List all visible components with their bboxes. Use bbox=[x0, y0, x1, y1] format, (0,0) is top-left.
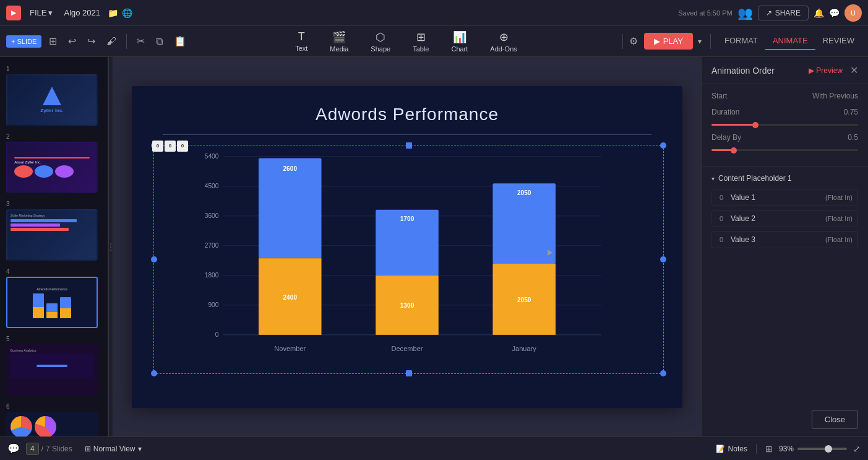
slide-item-4[interactable]: 4 Adwords Performance bbox=[0, 264, 108, 332]
collaborate-icon[interactable]: 👥 bbox=[737, 6, 753, 20]
folder-icon[interactable]: 📁 bbox=[108, 8, 118, 18]
chat-icon[interactable]: 💬 bbox=[7, 443, 20, 454]
cut-button[interactable]: ✂ bbox=[133, 33, 148, 50]
file-menu[interactable]: FILE ▾ bbox=[26, 6, 56, 19]
preview-play-icon: ▶ bbox=[809, 66, 814, 75]
slide-item-6[interactable]: 6 bbox=[0, 399, 108, 436]
right-panel: Animation Order ▶ Preview ✕ Start With P… bbox=[701, 57, 868, 436]
expand-icon[interactable]: ⤢ bbox=[853, 444, 861, 454]
play-button[interactable]: ▶ PLAY bbox=[644, 33, 693, 50]
slide-item-1[interactable]: 1 Zyller Inc. bbox=[0, 62, 108, 129]
slide-panel: 1 Zyller Inc. 2 About Zyller Inc. bbox=[0, 57, 108, 436]
svg-text:1800: 1800 bbox=[205, 271, 219, 278]
svg-text:3600: 3600 bbox=[205, 212, 219, 219]
undo-button[interactable]: ↩ bbox=[64, 33, 80, 50]
animation-order-title: Animation Order bbox=[711, 65, 775, 76]
chart-container[interactable]: 5400 4500 3600 2700 1800 900 0 bbox=[169, 148, 645, 371]
media-icon: 🎬 bbox=[332, 30, 346, 44]
anim-item-value3[interactable]: 0 Value 3 (Float In) bbox=[711, 231, 858, 248]
handle-bottom-left[interactable] bbox=[151, 370, 157, 376]
svg-text:5400: 5400 bbox=[205, 152, 219, 159]
panel-close-button[interactable]: ✕ bbox=[850, 64, 858, 76]
doc-icons: 📁 🌐 bbox=[108, 8, 132, 18]
play-triangle-icon: ▶ bbox=[654, 37, 660, 46]
start-row: Start With Previous bbox=[711, 92, 858, 100]
handle-right-middle[interactable] bbox=[660, 256, 666, 263]
grid-view-button[interactable]: ⊞ bbox=[45, 33, 61, 50]
tool-table[interactable]: ⊞ Table bbox=[408, 28, 434, 55]
tool-text[interactable]: T Text bbox=[290, 28, 312, 54]
bottom-bar: 💬 4 / 7 Slides ⊞ Normal View ▾ 📝 Notes ⊞… bbox=[0, 436, 868, 460]
duration-row: Duration 0.75 bbox=[711, 108, 858, 116]
slide-thumb-6 bbox=[6, 412, 98, 436]
svg-text:December: December bbox=[391, 344, 423, 352]
zoom-slider[interactable] bbox=[797, 448, 847, 450]
separator-bottom bbox=[756, 444, 757, 454]
anim-item-value2[interactable]: 0 Value 2 (Float In) bbox=[711, 210, 858, 227]
play-dropdown-icon[interactable]: ▾ bbox=[695, 35, 704, 48]
close-panel-button[interactable]: Close bbox=[812, 410, 858, 429]
svg-text:1700: 1700 bbox=[400, 215, 415, 222]
slide-item-3[interactable]: 3 Zyller Marketing Strategy bbox=[0, 197, 108, 264]
duration-slider[interactable] bbox=[711, 124, 858, 126]
chevron-down-icon: ▾ bbox=[711, 175, 715, 182]
panel-footer: Close bbox=[702, 402, 868, 436]
delay-slider-row bbox=[711, 149, 858, 151]
settings-icon[interactable]: ⚙ bbox=[625, 33, 642, 50]
notifications-icon[interactable]: 🔔 bbox=[814, 8, 824, 18]
tab-review[interactable]: REVIEW bbox=[815, 32, 862, 50]
svg-text:0: 0 bbox=[215, 331, 219, 337]
view-selector[interactable]: ⊞ Normal View ▾ bbox=[85, 445, 142, 453]
bar-chart: 5400 4500 3600 2700 1800 900 0 bbox=[169, 148, 645, 371]
tab-animate[interactable]: ANIMATE bbox=[765, 32, 815, 50]
canvas-area: Adwords Performance 5400 4500 3600 2700 … bbox=[113, 57, 701, 436]
redo-button[interactable]: ↪ bbox=[84, 33, 99, 50]
content-placeholder-header[interactable]: ▾ Content Placeholder 1 bbox=[711, 174, 858, 183]
handle-bottom-right[interactable] bbox=[660, 370, 666, 376]
app-logo: ▶ bbox=[6, 6, 21, 20]
tool-shape[interactable]: ⬡ Shape bbox=[366, 28, 395, 55]
panel-divider[interactable] bbox=[108, 57, 113, 436]
svg-text:2400: 2400 bbox=[283, 293, 297, 300]
anim-item-value1[interactable]: 0 Value 1 (Float In) bbox=[711, 189, 858, 206]
tool-media[interactable]: 🎬 Media bbox=[325, 28, 353, 55]
separator-1 bbox=[126, 34, 127, 49]
handle-left-middle[interactable] bbox=[151, 256, 157, 263]
view-dropdown-icon: ▾ bbox=[138, 445, 142, 453]
slide-thumb-1: Zyller Inc. bbox=[6, 74, 98, 126]
tool-addons[interactable]: ⊕ Add-Ons bbox=[485, 28, 522, 55]
view-icon: ⊞ bbox=[85, 445, 91, 453]
add-slide-button[interactable]: + SLIDE bbox=[6, 35, 41, 48]
main-content: 1 Zyller Inc. 2 About Zyller Inc. bbox=[0, 57, 868, 436]
svg-text:November: November bbox=[274, 344, 306, 352]
tool-chart[interactable]: 📊 Chart bbox=[446, 28, 473, 55]
svg-rect-14 bbox=[259, 158, 322, 258]
duration-slider-row bbox=[711, 124, 858, 126]
slide-indicator: 4 / 7 Slides bbox=[26, 443, 72, 455]
svg-text:2050: 2050 bbox=[517, 297, 531, 303]
user-avatar[interactable]: U bbox=[844, 4, 862, 22]
zoom-control: 93% bbox=[779, 445, 847, 453]
share-button[interactable]: ↗ SHARE bbox=[758, 6, 809, 20]
addons-icon: ⊕ bbox=[499, 30, 509, 44]
slide-item-2[interactable]: 2 About Zyller Inc. bbox=[0, 129, 108, 197]
svg-text:2700: 2700 bbox=[205, 241, 219, 248]
current-slide-num[interactable]: 4 bbox=[26, 443, 39, 455]
paint-format-button[interactable]: 🖌 bbox=[103, 33, 120, 50]
preview-button[interactable]: ▶ Preview bbox=[809, 66, 843, 75]
content-section: ▾ Content Placeholder 1 0 Value 1 (Float… bbox=[702, 167, 868, 259]
delay-slider[interactable] bbox=[711, 149, 858, 151]
globe-icon[interactable]: 🌐 bbox=[122, 8, 132, 18]
paste-button[interactable]: 📋 bbox=[170, 33, 190, 50]
handle-top-right[interactable] bbox=[660, 142, 666, 149]
svg-text:2050: 2050 bbox=[517, 189, 531, 196]
slide-thumb-4: Adwords Performance bbox=[6, 277, 98, 328]
tab-format[interactable]: FORMAT bbox=[717, 32, 765, 50]
copy-button[interactable]: ⧉ bbox=[152, 33, 166, 50]
slide-item-5[interactable]: 5 Business Analytics bbox=[0, 332, 108, 399]
slide-thumb-2: About Zyller Inc. bbox=[6, 142, 98, 193]
notes-button[interactable]: 📝 Notes bbox=[716, 445, 747, 453]
chat-top-icon[interactable]: 💬 bbox=[829, 8, 840, 18]
fit-screen-icon[interactable]: ⊞ bbox=[765, 444, 773, 454]
zoom-thumb[interactable] bbox=[825, 445, 832, 453]
